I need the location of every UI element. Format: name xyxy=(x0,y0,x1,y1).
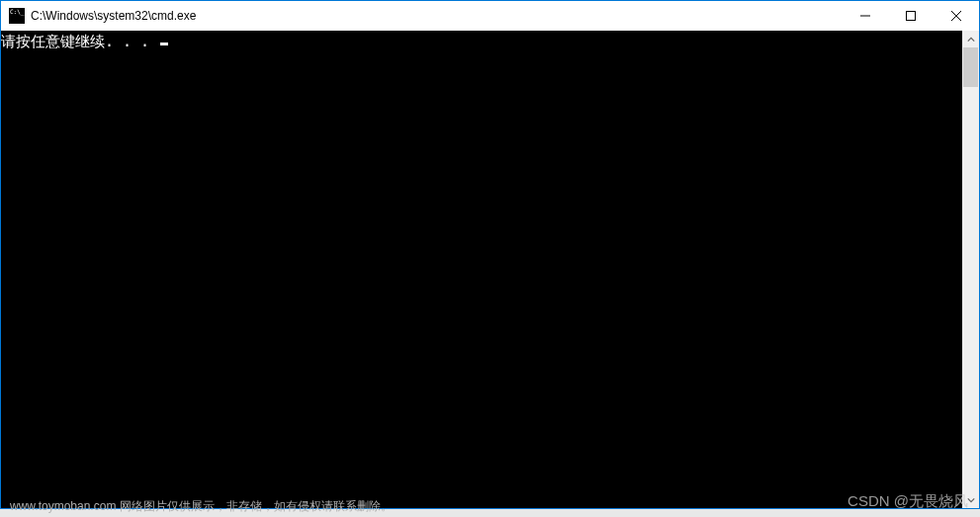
close-button[interactable] xyxy=(934,1,979,31)
scroll-down-button[interactable] xyxy=(962,491,979,508)
minimize-button[interactable] xyxy=(843,1,888,31)
cmd-window: C:\Windows\system32\cmd.exe 请按任意键继续. . . xyxy=(0,0,980,509)
close-icon xyxy=(951,11,961,21)
titlebar[interactable]: C:\Windows\system32\cmd.exe xyxy=(1,1,979,31)
console-output[interactable]: 请按任意键继续. . . xyxy=(1,31,962,508)
window-controls xyxy=(843,1,979,31)
cursor xyxy=(160,43,168,45)
scroll-thumb[interactable] xyxy=(963,47,978,87)
chevron-down-icon xyxy=(967,496,975,504)
minimize-icon xyxy=(860,11,870,21)
scroll-up-button[interactable] xyxy=(962,31,979,47)
maximize-icon xyxy=(906,11,916,21)
vertical-scrollbar[interactable] xyxy=(962,31,979,508)
footer-caption: www.toymoban.com 网络图片仅供展示，非存储，如有侵权请联系删除。 xyxy=(10,498,393,515)
maximize-button[interactable] xyxy=(888,1,934,31)
cmd-icon xyxy=(9,8,25,24)
svg-rect-1 xyxy=(907,12,916,21)
window-title: C:\Windows\system32\cmd.exe xyxy=(31,9,196,23)
chevron-up-icon xyxy=(967,36,975,43)
content-area: 请按任意键继续. . . xyxy=(1,31,979,508)
console-line: 请按任意键继续. . . xyxy=(1,33,158,50)
